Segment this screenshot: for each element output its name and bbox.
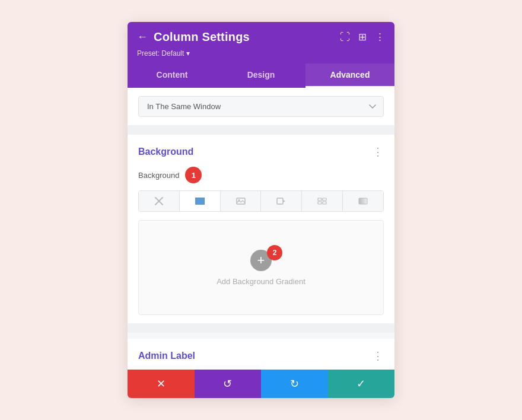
panel-footer: ✕ ↺ ↻ ✓: [128, 370, 394, 398]
bg-type-gradient[interactable]: [343, 191, 383, 211]
background-section-header: Background ⋮: [138, 145, 384, 158]
redo-button[interactable]: ↻: [261, 370, 328, 398]
svg-rect-3: [237, 198, 245, 204]
gradient-icon: [358, 198, 368, 205]
svg-rect-9: [318, 202, 322, 204]
svg-rect-5: [277, 198, 283, 204]
bg-type-image[interactable]: [221, 191, 262, 211]
color-icon: [195, 198, 205, 205]
tab-content[interactable]: Content: [128, 63, 217, 88]
admin-section-more[interactable]: ⋮: [373, 349, 384, 362]
bg-type-none[interactable]: [139, 191, 180, 211]
bg-type-pattern[interactable]: [302, 191, 343, 211]
save-button[interactable]: ✓: [328, 370, 395, 398]
svg-marker-6: [283, 200, 285, 202]
admin-section-header: Admin Label ⋮: [138, 349, 384, 362]
svg-rect-10: [323, 202, 326, 204]
section-gap-1: [128, 125, 394, 135]
svg-rect-8: [323, 198, 326, 201]
pattern-icon: [317, 198, 327, 205]
tab-design[interactable]: Design: [217, 63, 305, 88]
none-icon: [155, 197, 163, 205]
expand-icon[interactable]: ⛶: [340, 31, 350, 43]
add-gradient-area: + 2 Add Background Gradient: [138, 220, 384, 315]
admin-label-section: Admin Label ⋮: [128, 339, 394, 370]
video-icon: [276, 198, 286, 205]
add-gradient-label: Add Background Gradient: [217, 277, 305, 286]
preset-label[interactable]: Preset: Default ▾: [137, 49, 190, 63]
step-badge-2: 2: [267, 245, 282, 260]
svg-rect-7: [318, 198, 322, 201]
header-icons: ⛶ ⊞ ⋮: [340, 31, 385, 43]
background-section-title: Background: [138, 147, 193, 157]
layout-icon[interactable]: ⊞: [358, 31, 367, 43]
panel-header: ← Column Settings ⛶ ⊞ ⋮ Preset: Default …: [128, 22, 394, 63]
dropdown-row: In The Same Window In A New Window: [128, 88, 394, 125]
undo-button[interactable]: ↺: [195, 370, 262, 398]
preset-bar: Preset: Default ▾: [137, 47, 385, 63]
svg-rect-2: [195, 198, 205, 205]
cancel-button[interactable]: ✕: [128, 370, 195, 398]
window-target-select[interactable]: In The Same Window In A New Window: [138, 96, 384, 117]
admin-section-title: Admin Label: [138, 351, 195, 361]
bg-type-row: [138, 190, 384, 212]
bg-label-text: Background: [138, 171, 179, 180]
step-badge-1: 1: [185, 167, 202, 183]
bg-type-color[interactable]: [180, 191, 221, 211]
tabs-bar: Content Design Advanced: [128, 63, 394, 88]
bg-label-row: Background 1: [138, 167, 384, 183]
tab-advanced[interactable]: Advanced: [305, 63, 394, 88]
background-section: Background ⋮ Background 1: [128, 135, 394, 323]
column-settings-panel: ← Column Settings ⛶ ⊞ ⋮ Preset: Default …: [128, 22, 394, 398]
background-section-more[interactable]: ⋮: [373, 145, 384, 158]
add-gradient-btn-wrap: + 2: [250, 250, 272, 271]
back-button[interactable]: ←: [137, 31, 148, 43]
more-icon[interactable]: ⋮: [375, 31, 385, 43]
title-group: ← Column Settings: [137, 30, 250, 44]
bg-type-video[interactable]: [261, 191, 302, 211]
panel-title: Column Settings: [154, 30, 250, 44]
section-gap-2: [128, 323, 394, 333]
image-icon: [236, 198, 246, 205]
panel-body: In The Same Window In A New Window Backg…: [128, 88, 394, 370]
header-top: ← Column Settings ⛶ ⊞ ⋮: [137, 30, 385, 44]
svg-rect-11: [359, 198, 367, 204]
